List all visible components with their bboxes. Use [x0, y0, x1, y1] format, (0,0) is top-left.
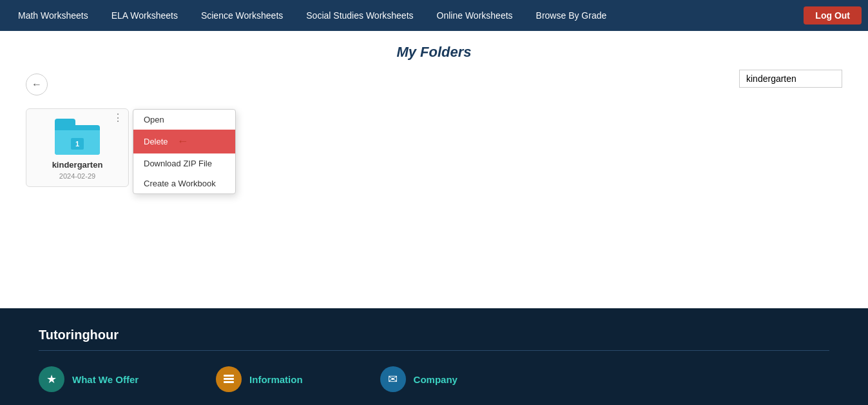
folder-card[interactable]: ⋮ 1 kindergarten 2024-02-29 Open Delete … — [26, 108, 129, 187]
nav-science-worksheets[interactable]: Science Worksheets — [189, 0, 294, 31]
nav-online-worksheets[interactable]: Online Worksheets — [425, 0, 525, 31]
context-menu-delete[interactable]: Delete ← — [133, 130, 235, 153]
context-menu-create-workbook[interactable]: Create a Workbook — [133, 173, 235, 193]
svg-rect-1 — [224, 378, 234, 380]
folder-date: 2024-02-29 — [59, 172, 95, 180]
context-menu: Open Delete ← Download ZIP File Create a… — [133, 109, 236, 194]
footer-col-what-we-offer[interactable]: ★ What We Offer — [39, 366, 139, 392]
delete-arrow-icon: ← — [177, 135, 189, 148]
logout-button[interactable]: Log Out — [804, 6, 862, 25]
layers-icon — [216, 366, 242, 392]
page-title: My Folders — [26, 44, 842, 61]
folder-count: 1 — [71, 138, 84, 150]
footer-col-company[interactable]: ✉ Company — [380, 366, 458, 392]
nav-ela-worksheets[interactable]: ELA Worksheets — [100, 0, 189, 31]
main-nav: Math Worksheets ELA Worksheets Science W… — [0, 0, 868, 31]
footer-columns: ★ What We Offer Information ✉ Company — [39, 366, 829, 392]
folder-name: kindergarten — [52, 160, 103, 170]
context-menu-open[interactable]: Open — [133, 110, 235, 130]
folder-icon: 1 — [55, 119, 100, 155]
nav-browse-by-grade[interactable]: Browse By Grade — [525, 0, 619, 31]
footer-col-information[interactable]: Information — [216, 366, 303, 392]
back-button[interactable]: ← — [26, 74, 48, 95]
context-menu-download-zip[interactable]: Download ZIP File — [133, 153, 235, 173]
footer: Tutoringhour ★ What We Offer Information… — [0, 308, 868, 405]
search-input[interactable] — [739, 70, 842, 88]
main-content: My Folders ← ⋮ 1 kindergarten 2024-02-29… — [0, 31, 868, 308]
footer-brand: Tutoringhour — [39, 328, 829, 342]
svg-rect-2 — [224, 375, 234, 377]
star-icon: ★ — [39, 366, 64, 392]
footer-divider — [39, 350, 829, 351]
mail-icon: ✉ — [380, 366, 406, 392]
footer-what-we-offer-label: What We Offer — [72, 374, 139, 385]
svg-rect-0 — [224, 381, 234, 383]
footer-company-label: Company — [414, 374, 458, 385]
nav-math-worksheets[interactable]: Math Worksheets — [6, 0, 100, 31]
folder-menu-button[interactable]: ⋮ — [113, 113, 123, 123]
footer-information-label: Information — [249, 374, 303, 385]
folder-area: ⋮ 1 kindergarten 2024-02-29 Open Delete … — [26, 108, 842, 187]
nav-social-studies-worksheets[interactable]: Social Studies Worksheets — [294, 0, 425, 31]
